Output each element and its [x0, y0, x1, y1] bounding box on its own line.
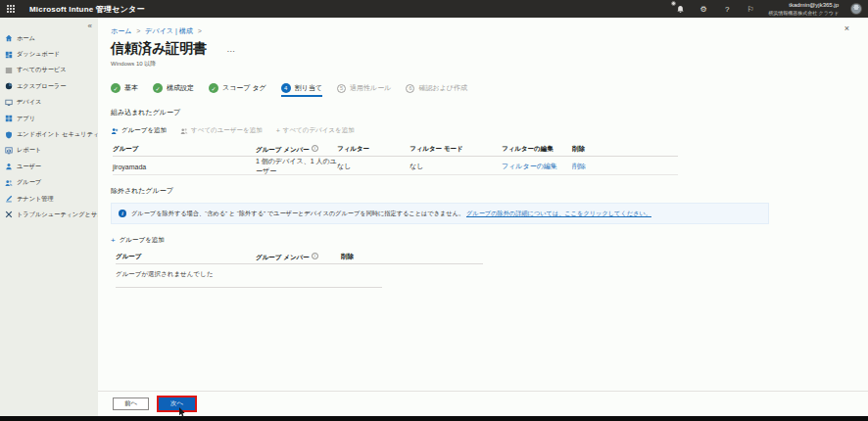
sidebar-item-groups[interactable]: グループ [0, 175, 98, 191]
step-configuration[interactable]: ✓ 構成設定 [153, 83, 194, 97]
info-banner-text: グループを除外する場合、“含める” と “除外する” でユーザーとデバイスのグル… [131, 210, 651, 217]
check-icon: ✓ [153, 83, 163, 93]
add-person-icon [111, 127, 119, 135]
page-subtitle: Windows 10 以降 [111, 60, 868, 69]
delete-link[interactable]: 削除 [572, 162, 617, 171]
sidebar-collapse-icon[interactable]: « [88, 22, 92, 30]
empty-state-text: グループが選択されませんでした [116, 264, 382, 288]
app-launcher-icon[interactable] [2, 0, 20, 18]
col-edit-filter: フィルターの編集 [502, 145, 572, 154]
page-title: 信頼済み証明書 [111, 40, 207, 58]
sidebar-item-reports[interactable]: レポート [0, 143, 98, 159]
notifications-bell-icon[interactable] [674, 3, 686, 15]
account-info[interactable]: tkadmin@yjk365.jp 横浜情報機器株式会社 クラウド [768, 2, 839, 16]
col-members: グループ メンバーi [256, 145, 337, 155]
shield-icon [4, 130, 13, 139]
explorer-icon [4, 82, 13, 91]
sidebar-item-apps[interactable]: アプリ [0, 111, 98, 126]
tenant-icon [4, 195, 13, 204]
table-row: jiroyamada 1 個のデバイス、1 人のユーザー なし なし フィルター… [113, 157, 678, 175]
cell-filter: なし [337, 162, 410, 171]
sidebar-item-users[interactable]: ユーザー [0, 159, 98, 174]
sidebar-item-endpoint-security[interactable]: エンドポイント セキュリティ [0, 126, 98, 142]
report-chart-icon [4, 146, 13, 155]
dashboard-icon [4, 50, 13, 59]
sidebar-item-home[interactable]: ホーム [0, 30, 98, 46]
add-all-devices-button[interactable]: + すべてのデバイスを追加 [276, 126, 355, 135]
settings-gear-icon[interactable]: ⚙ [698, 3, 709, 15]
step-basics[interactable]: ✓ 基本 [111, 83, 138, 97]
list-icon [4, 66, 13, 74]
help-icon[interactable]: ? [721, 3, 733, 15]
breadcrumb-home[interactable]: ホーム [111, 27, 131, 34]
included-groups-table: グループ グループ メンバーi フィルター フィルター モード フィルターの編集… [113, 143, 678, 175]
main-content: ホーム > デバイス | 構成 > 信頼済み証明書 … Windows 10 以… [98, 18, 868, 416]
user-icon [4, 163, 13, 171]
step-review-create[interactable]: 6 確認および作成 [406, 83, 467, 97]
edit-filter-link[interactable]: フィルターの編集 [502, 162, 572, 171]
sidebar-item-explorer[interactable]: エクスプローラー [0, 78, 98, 94]
cell-group-name[interactable]: jiroyamada [113, 164, 256, 170]
breadcrumb-devices-config[interactable]: デバイス | 構成 [145, 27, 192, 34]
step-number: 6 [406, 84, 414, 93]
top-bar: Microsoft Intune 管理センター ⚙ ? ⚐ tkadmin@yj… [0, 0, 868, 18]
sidebar-item-dashboard[interactable]: ダッシュボード [0, 46, 98, 62]
close-icon[interactable]: × [844, 23, 849, 33]
info-icon: i [312, 253, 318, 259]
col-group: グループ [116, 253, 256, 261]
troubleshoot-icon [4, 210, 13, 219]
monitor-icon [4, 98, 13, 107]
account-email: tkadmin@yjk365.jp [768, 2, 839, 10]
sidebar-item-all-services[interactable]: すべてのサービス [0, 63, 98, 78]
info-icon: i [119, 210, 126, 217]
col-filter-mode: フィルター モード [410, 145, 502, 154]
included-groups-heading: 組み込まれたグループ [111, 108, 868, 117]
sidebar-item-troubleshooting[interactable]: トラブルシューティングとサポート [0, 207, 98, 222]
info-banner: i グループを除外する場合、“含める” と “除外する” でユーザーとデバイスの… [111, 203, 769, 224]
add-people-icon [180, 127, 188, 135]
col-delete: 削除 [341, 253, 380, 261]
apps-grid-icon [4, 115, 13, 123]
info-banner-link[interactable]: グループの除外の詳細については、ここをクリックしてください。 [466, 210, 651, 216]
add-all-users-button[interactable]: すべてのユーザーを追加 [180, 126, 263, 135]
add-group-button[interactable]: グループを追加 [111, 126, 167, 135]
home-icon [4, 34, 13, 43]
cell-members: 1 個のデバイス、1 人のユーザー [256, 157, 337, 176]
app-title: Microsoft Intune 管理センター [29, 4, 145, 15]
plus-icon: + [276, 127, 280, 134]
col-group: グループ [113, 145, 256, 154]
add-excluded-group-button[interactable]: + グループを追加 [111, 236, 868, 245]
col-members: グループ メンバーi [256, 253, 341, 262]
excluded-groups-table-header: グループ グループ メンバーi 削除 [116, 251, 483, 264]
included-groups-table-header: グループ グループ メンバーi フィルター フィルター モード フィルターの編集… [113, 143, 678, 157]
check-icon: ✓ [209, 83, 218, 93]
check-icon: ✓ [111, 83, 121, 93]
account-organization: 横浜情報機器株式会社 クラウド [768, 10, 839, 16]
step-assignments[interactable]: 4 割り当て [281, 83, 322, 97]
col-filter: フィルター [337, 145, 410, 154]
col-delete: 削除 [572, 145, 617, 154]
letterbox-band [0, 416, 868, 421]
excluded-groups-table: グループ グループ メンバーi 削除 グループが選択されませんでした [116, 251, 483, 288]
wizard-steps: ✓ 基本 ✓ 構成設定 ✓ スコープ タグ 4 割り当て 5 適用性ルール 6 … [111, 83, 868, 97]
previous-button[interactable]: 前へ [113, 398, 149, 410]
feedback-flag-icon[interactable]: ⚐ [745, 3, 756, 15]
cell-filter-mode: なし [410, 162, 502, 171]
more-menu-icon[interactable]: … [226, 44, 236, 54]
sidebar-item-devices[interactable]: デバイス [0, 95, 98, 111]
sidebar-nav: « ホーム ダッシュボード すべてのサービス エクスプローラー デバイス アプリ… [0, 18, 98, 416]
step-applicability-rules[interactable]: 5 適用性ルール [337, 83, 391, 97]
step-number: 4 [281, 83, 291, 93]
excluded-groups-heading: 除外されたグループ [111, 186, 868, 196]
annotation-highlight-box: 次へ [157, 396, 197, 412]
group-icon [4, 178, 13, 187]
avatar[interactable] [850, 3, 862, 15]
wizard-footer: 前へ 次へ [98, 391, 868, 416]
plus-icon: + [111, 236, 116, 245]
step-scope-tags[interactable]: ✓ スコープ タグ [209, 83, 266, 97]
sidebar-item-tenant-admin[interactable]: テナント管理 [0, 191, 98, 207]
breadcrumb: ホーム > デバイス | 構成 > [111, 26, 868, 36]
next-button[interactable]: 次へ [159, 398, 195, 410]
step-number: 5 [337, 84, 346, 93]
included-groups-toolbar: グループを追加 すべてのユーザーを追加 + すべてのデバイスを追加 [111, 126, 868, 135]
